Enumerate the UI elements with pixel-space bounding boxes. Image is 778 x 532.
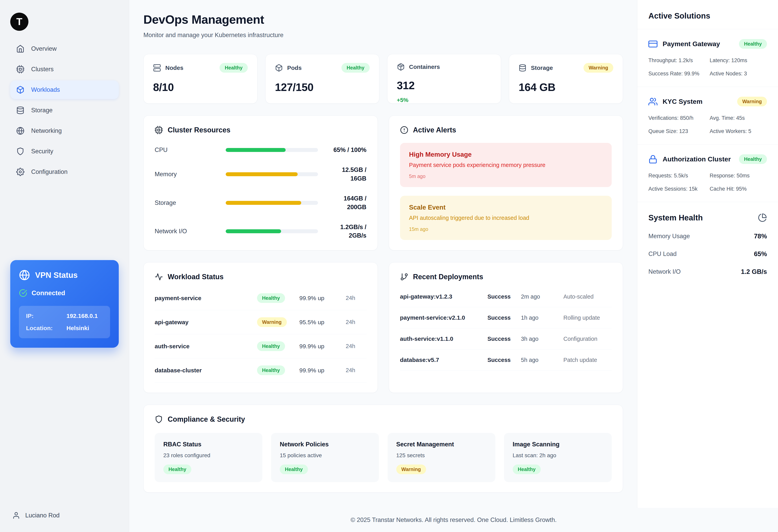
solution-metric: Requests: 5.5k/s	[648, 173, 706, 179]
health-row-network: Network I/O 1.2 GB/s	[648, 268, 767, 276]
status-badge: Healthy	[341, 63, 370, 73]
sidebar-item-workloads[interactable]: Workloads	[10, 80, 119, 99]
solution-metric: Queue Size: 123	[648, 128, 706, 134]
brand-logo: T	[10, 13, 28, 31]
user-profile[interactable]: Luciano Rod	[10, 512, 119, 519]
workload-name: auth-service	[155, 343, 253, 350]
sidebar-item-overview[interactable]: Overview	[10, 40, 119, 58]
git-branch-icon	[400, 273, 408, 281]
deployment-name: api-gateway:v1.2.3	[400, 293, 484, 300]
deployment-name: auth-service:v1.1.0	[400, 335, 484, 342]
sidebar-item-configuration[interactable]: Configuration	[10, 163, 119, 181]
globe-icon	[16, 127, 24, 135]
footer-text: © 2025 Transtar Networks. All rights res…	[351, 516, 557, 524]
workload-uptime: 99.9% up	[299, 343, 342, 350]
alert-item-warning: Scale Event API autoscaling triggered du…	[400, 196, 612, 240]
workload-name: database-cluster	[155, 367, 253, 374]
recent-deployments-panel: Recent Deployments api-gateway:v1.2.3 Su…	[389, 262, 623, 393]
deployment-status: Success	[487, 336, 517, 342]
health-value: 1.2 GB/s	[741, 268, 767, 276]
workload-row: api-gateway Warning 95.5% up 24h	[155, 310, 367, 334]
alert-description: Payment service pods experiencing memory…	[409, 162, 603, 168]
stat-label: Pods	[287, 65, 302, 71]
compliance-card-network-policies: Network Policies 15 policies active Heal…	[271, 433, 379, 482]
lock-icon	[648, 155, 657, 164]
deployment-row: database:v5.7 Success 5h ago Patch updat…	[400, 350, 612, 371]
sidebar-item-label: Security	[31, 148, 53, 155]
panel-title: Workload Status	[168, 273, 224, 281]
status-badge: Healthy	[739, 154, 767, 164]
status-badge: Warning	[257, 317, 287, 327]
deployment-status: Success	[487, 293, 517, 300]
progress-track	[226, 201, 318, 205]
deployment-row: auth-service:v1.1.0 Success 3h ago Confi…	[400, 328, 612, 350]
alert-time: 15m ago	[409, 226, 603, 232]
stat-cards: Nodes Healthy 8/10 Pods Healthy 127/150	[143, 54, 623, 103]
solution-metric: Active Workers: 5	[710, 128, 767, 134]
sidebar-item-clusters[interactable]: Clusters	[10, 60, 119, 79]
credit-card-icon	[648, 40, 657, 49]
brand-logo-letter: T	[16, 16, 22, 27]
deployment-time: 3h ago	[521, 336, 559, 342]
status-badge: Warning	[737, 97, 767, 106]
workload-row: payment-service Healthy 99.9% up 24h	[155, 286, 367, 310]
deployment-row: api-gateway:v1.2.3 Success 2m ago Auto-s…	[400, 286, 612, 307]
solution-card-kyc-system[interactable]: KYC System Warning Verifications: 850/h …	[637, 87, 778, 144]
server-icon	[153, 64, 161, 72]
resource-row-network: Network I/O 1.2GB/s / 2GB/s	[155, 223, 367, 240]
health-row-cpu: CPU Load 65%	[648, 250, 767, 258]
vpn-location-value: Helsinki	[67, 325, 103, 331]
sidebar-item-label: Configuration	[31, 168, 68, 175]
active-alerts-panel: Active Alerts High Memory Usage Payment …	[389, 116, 623, 250]
resource-value: 65% / 100%	[326, 146, 367, 154]
panel-title: Active Alerts	[413, 126, 456, 134]
progress-fill	[226, 148, 286, 152]
content-row: DevOps Management Monitor and manage you…	[129, 0, 778, 508]
solution-name: Payment Gateway	[663, 40, 720, 48]
stat-card-containers: Containers 312 +5%	[387, 54, 501, 103]
vpn-connection-status: Connected	[19, 289, 110, 297]
solution-card-authorization-cluster[interactable]: Authorization Cluster Healthy Requests: …	[637, 144, 778, 202]
box-icon	[16, 86, 24, 94]
compliance-subtitle: 23 roles configured	[163, 452, 254, 459]
status-badge: Healthy	[220, 63, 248, 73]
progress-fill	[226, 172, 298, 176]
cpu-icon	[16, 65, 24, 73]
system-health-panel: System Health Memory Usage 78% CPU Load …	[637, 202, 778, 287]
home-icon	[16, 45, 24, 53]
page-title: DevOps Management	[143, 13, 623, 26]
deployment-row: payment-service:v2.1.0 Success 1h ago Ro…	[400, 307, 612, 328]
resource-label: Network I/O	[155, 228, 218, 235]
shield-icon	[155, 415, 163, 424]
workload-name: api-gateway	[155, 319, 253, 325]
progress-track	[226, 229, 318, 233]
alert-circle-icon	[400, 126, 408, 134]
sidebar-item-security[interactable]: Security	[10, 142, 119, 161]
deployment-name: database:v5.7	[400, 357, 484, 363]
sidebar: T Overview Clusters Workloads Storage Ne…	[0, 0, 129, 532]
compliance-card-image-scanning: Image Scanning Last scan: 2h ago Healthy	[504, 433, 612, 482]
solution-card-payment-gateway[interactable]: Payment Gateway Healthy Throughput: 1.2k…	[637, 29, 778, 87]
sidebar-item-networking[interactable]: Networking	[10, 122, 119, 140]
deployment-type: Patch update	[563, 357, 612, 363]
vpn-ip-label: IP:	[26, 313, 67, 319]
stat-card-nodes: Nodes Healthy 8/10	[143, 54, 257, 103]
health-value: 78%	[754, 232, 767, 240]
gear-icon	[16, 168, 24, 176]
system-health-title: System Health	[648, 213, 703, 222]
sidebar-item-storage[interactable]: Storage	[10, 101, 119, 120]
main-content: DevOps Management Monitor and manage you…	[129, 0, 637, 508]
resource-row-memory: Memory 12.5GB / 16GB	[155, 165, 367, 183]
status-badge: Warning	[396, 464, 426, 474]
alert-description: API autoscaling triggered due to increas…	[409, 215, 603, 221]
stat-label: Containers	[409, 64, 440, 70]
panel-title: Recent Deployments	[413, 273, 483, 281]
shield-icon	[16, 147, 24, 155]
deployment-type: Auto-scaled	[563, 293, 612, 300]
vpn-header: VPN Status	[19, 270, 110, 281]
workload-uptime: 99.9% up	[299, 295, 342, 302]
health-label: CPU Load	[648, 250, 677, 257]
resource-row-storage: Storage 164GB / 200GB	[155, 194, 367, 211]
progress-track	[226, 172, 318, 176]
stat-value: 127/150	[275, 81, 370, 93]
